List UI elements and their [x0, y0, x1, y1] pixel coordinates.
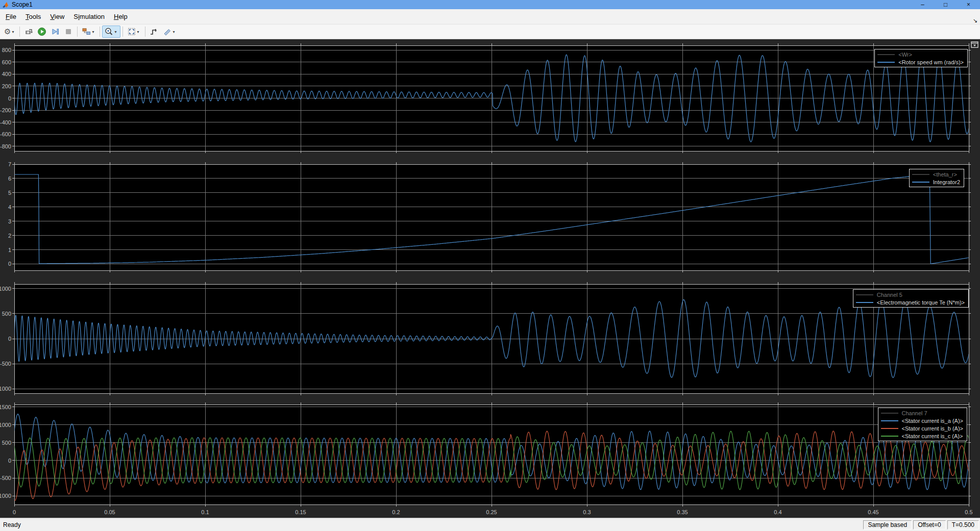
legend-label: <Stator current is_b (A)>	[902, 425, 963, 432]
legend-entry[interactable]: Integrator2	[912, 178, 960, 186]
x-tick-label: 0.4	[774, 509, 781, 515]
legend-line-sample	[856, 302, 873, 303]
window-title: Scope1	[12, 0, 33, 9]
stop-icon	[64, 27, 73, 36]
legend-line-sample	[877, 62, 895, 63]
legend-label: <Wr>	[898, 52, 912, 58]
y-tick-label: 400	[2, 71, 11, 77]
plot-panel-0[interactable]: 8006004002000-200-400-600-800	[0, 43, 971, 153]
legend-line-sample	[881, 413, 898, 414]
overflow-arrow-icon[interactable]: ↘	[973, 17, 977, 24]
legend-entry[interactable]: <Stator current is_c (A)>	[881, 432, 963, 440]
scope-canvas[interactable]: 8006004002000-200-400-600-80076543210100…	[0, 39, 980, 518]
y-tick-label: -500	[0, 361, 11, 367]
legend-entry[interactable]: <Stator current is_a (A)>	[881, 417, 963, 424]
y-tick-label: -1000	[0, 386, 11, 392]
chevron-down-icon: ▾	[136, 30, 141, 34]
plot-panel-3[interactable]: 150010005000-500-100000.050.10.150.20.25…	[0, 402, 973, 515]
y-tick-label: 1000	[0, 422, 11, 428]
y-tick-label: 0	[8, 95, 11, 102]
simulink-snapshot-button[interactable]	[22, 26, 35, 38]
y-tick-label: -600	[0, 131, 11, 137]
signal-selector-button[interactable]: ▾	[80, 26, 97, 38]
y-tick-label: 1	[8, 247, 11, 253]
legend-line-sample	[912, 182, 929, 183]
toolbar-separator	[145, 27, 145, 37]
plot-panel-2[interactable]: 10005000-500-1000	[0, 282, 971, 395]
legend-entry[interactable]: <Wr>	[877, 50, 964, 58]
legend-label: Integrator2	[933, 179, 960, 185]
legend-line-sample	[881, 428, 898, 429]
maximize-button[interactable]: □	[934, 0, 957, 9]
toolbar-separator	[122, 27, 123, 37]
close-button[interactable]: ×	[957, 0, 980, 9]
menu-help[interactable]: Help	[109, 9, 132, 24]
legend-entry[interactable]: <Rotor speed wm (rad/s)>	[877, 58, 964, 66]
chevron-down-icon: ▾	[172, 30, 177, 34]
y-tick-label: -500	[0, 475, 11, 481]
run-button[interactable]	[35, 26, 48, 38]
triggers-button[interactable]	[148, 26, 161, 38]
measurements-icon	[163, 27, 172, 36]
measurements-button[interactable]: ▾	[161, 26, 179, 38]
legend[interactable]: <theta_r>Integrator2	[909, 169, 964, 187]
x-tick-label: 0.2	[392, 509, 400, 515]
legend-entry[interactable]: Channel 5	[856, 291, 965, 298]
legend-label: <Stator current is_c (A)>	[902, 433, 963, 439]
status-text: Ready	[3, 521, 21, 528]
stop-button[interactable]	[62, 26, 75, 38]
matlab-logo-icon	[2, 2, 9, 8]
legend-line-sample	[881, 420, 898, 421]
y-tick-label: 0	[8, 336, 11, 342]
legend[interactable]: <Wr><Rotor speed wm (rad/s)>	[874, 49, 968, 67]
legend-line-sample	[912, 174, 929, 175]
step-forward-button[interactable]	[48, 26, 62, 38]
legend-entry[interactable]: <theta_r>	[912, 170, 960, 178]
simulink-snapshot-icon	[24, 27, 33, 36]
x-tick-label: 0.3	[583, 509, 591, 515]
menu-simulation[interactable]: Simulation	[69, 9, 109, 24]
legend-label: <Rotor speed wm (rad/s)>	[898, 59, 964, 65]
status-offset: Offset=0	[913, 520, 945, 529]
chevron-down-icon: ▾	[11, 30, 15, 34]
legend[interactable]: Channel 5<Electromagnetic torque Te (N*m…	[853, 289, 969, 308]
y-tick-label: 500	[2, 311, 11, 317]
legend-entry[interactable]: Channel 7	[881, 409, 963, 417]
zoom-button[interactable]: ▾	[102, 26, 120, 38]
y-tick-label: -200	[0, 107, 11, 113]
chevron-down-icon: ▾	[113, 30, 118, 34]
x-tick-label: 0.25	[486, 509, 497, 515]
toolbar: ⚙ ▾	[0, 24, 980, 39]
menu-view[interactable]: View	[45, 9, 69, 24]
x-tick-label: 0	[13, 509, 16, 515]
status-time: T=0.500	[947, 520, 979, 529]
menu-tools[interactable]: Tools	[21, 9, 45, 24]
dock-figure-icon[interactable]	[971, 41, 979, 48]
legend-entry[interactable]: <Stator current is_b (A)>	[881, 424, 963, 432]
plot-panel-1[interactable]: 76543210	[8, 161, 971, 272]
x-tick-label: 0.15	[295, 509, 306, 515]
legend[interactable]: Channel 7<Stator current is_a (A)><Stato…	[878, 408, 967, 441]
plots-svg[interactable]: 8006004002000-200-400-600-80076543210100…	[0, 39, 980, 518]
menu-bar: File Tools View Simulation Help ↘	[0, 9, 980, 24]
fit-to-view-button[interactable]: ▾	[125, 26, 143, 38]
minimize-button[interactable]: –	[911, 0, 934, 9]
x-tick-label: 0.1	[201, 509, 209, 515]
title-bar: Scope1 – □ ×	[0, 0, 980, 9]
run-icon	[37, 27, 46, 36]
settings-button[interactable]: ⚙ ▾	[2, 26, 17, 38]
legend-line-sample	[881, 436, 898, 437]
step-forward-icon	[51, 27, 60, 36]
legend-line-sample	[856, 294, 873, 295]
x-tick-label: 0.45	[868, 509, 878, 515]
legend-line-sample	[877, 54, 895, 55]
y-tick-label: 200	[2, 83, 11, 89]
legend-label: Channel 7	[902, 410, 927, 416]
status-bar: Ready Sample based Offset=0 T=0.500	[0, 518, 980, 531]
legend-entry[interactable]: <Electromagnetic torque Te (N*m)>	[856, 298, 965, 306]
triggers-icon	[150, 27, 159, 36]
scope-window: Scope1 – □ × File Tools View Simulation …	[0, 0, 980, 531]
menu-file[interactable]: File	[1, 9, 21, 24]
legend-label: <theta_r>	[933, 171, 957, 178]
y-tick-label: 2	[8, 233, 11, 239]
